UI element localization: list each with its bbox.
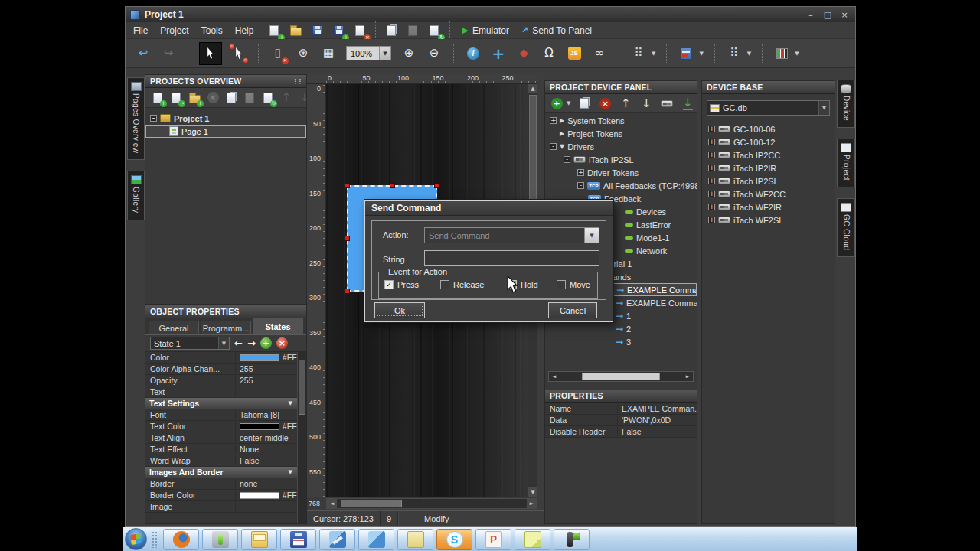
expander-icon[interactable]: + [708,217,715,223]
database-select[interactable]: GC.db ▼ [707,100,830,116]
scrollbar-thumb[interactable] [299,360,305,415]
new-project-icon[interactable]: + [266,22,283,39]
checkbox-icon[interactable]: ✓ [384,280,394,289]
chevron-down-icon[interactable]: ▼ [795,51,799,57]
taskbar-sticky-notes[interactable] [514,529,550,550]
grid-snap-icon[interactable]: ▦ [320,45,337,62]
string-input[interactable] [424,250,599,266]
select-tool-icon[interactable] [199,42,222,65]
maximize-button[interactable]: □ [823,10,832,20]
close-project-icon[interactable]: × [351,22,368,39]
scrollbar-thumb[interactable] [529,95,537,217]
selection-handle[interactable] [434,183,439,188]
feedback-info-icon[interactable]: i [465,45,482,62]
selection-handle[interactable] [345,183,350,188]
taskbar-builder-tools[interactable] [319,529,355,550]
add-page-icon[interactable]: + [151,91,165,105]
insert-page-icon[interactable]: → [169,91,183,105]
scrollbar-thumb[interactable]: ⋯ [582,373,660,380]
expander-icon[interactable]: + [708,191,715,197]
save-project-icon[interactable] [309,22,325,39]
property-row[interactable]: Border Color#FFFFFFFF [145,490,297,501]
taskbar-yellow-app[interactable] [397,529,433,550]
checkbox-icon[interactable] [440,280,449,289]
property-row[interactable]: Disable HeaderFalse [545,426,697,438]
expander-icon[interactable]: + [577,169,584,176]
device-tree-scrollbar[interactable]: ◄ ⋯ ► [548,371,694,382]
expander-icon[interactable]: + [708,204,715,210]
titlebar[interactable]: Project 1 –□× [126,7,855,22]
tab-gc-cloud[interactable]: GC Cloud [837,198,855,257]
tree-item[interactable]: +iTach IP2IR [702,161,835,174]
menu-file[interactable]: File [133,25,148,36]
property-row[interactable]: NameEXAMPLE Comman... [545,403,697,415]
add-state-button[interactable]: + [260,337,272,349]
property-row[interactable]: Text Aligncenter-middle [145,432,297,444]
add-folder-icon[interactable]: + [188,91,201,105]
token-omega-icon[interactable]: Ω [541,45,557,62]
tree-item[interactable]: +iTach WF2CC [702,187,835,201]
delete-object-icon[interactable]: ▯× [270,45,286,62]
chevron-down-icon[interactable]: ▼ [218,337,229,349]
redo-icon[interactable]: ↪ [160,45,177,62]
remove-state-button[interactable]: × [276,337,288,349]
chevron-down-icon[interactable]: ▼ [747,51,751,57]
delete-driver-icon[interactable]: × [598,96,612,110]
taskbar-powerpoint[interactable] [475,529,511,550]
property-row[interactable]: Bordernone [145,478,297,490]
multi-select-tool-icon[interactable] [230,45,247,62]
tree-item[interactable]: +iTach WF2SL [702,214,835,227]
close-button[interactable]: × [840,10,849,20]
paste-page-icon[interactable]: ↻ [261,91,275,105]
chevron-down-icon[interactable]: ▼ [818,101,829,115]
tab-pages-overview[interactable]: Pages Overview [127,77,145,160]
tab-general[interactable]: General [149,321,199,334]
chevron-down-icon[interactable]: ▼ [379,47,390,60]
menu-project[interactable]: Project [160,25,188,36]
tree-arrow-icon[interactable]: ▼ [560,143,564,150]
delete-page-icon[interactable]: × [206,91,220,105]
property-row[interactable]: Text Color#FF000000 [145,421,297,432]
expander-icon[interactable]: - [577,182,584,189]
taskbar-builder-app[interactable] [358,529,394,550]
property-row[interactable]: FontTahoma [8] [145,409,297,421]
tree-item[interactable]: ▶Project Tokens [545,127,697,140]
property-row[interactable]: Data'PWON',0x0D [545,415,697,426]
expander-icon[interactable]: + [708,165,715,171]
taskbar-media-device[interactable] [202,529,238,550]
move-page-up-icon[interactable]: ↑ [279,91,293,105]
link-icon[interactable]: ∞ [591,45,608,62]
paste-icon[interactable] [404,22,421,39]
scrollbar-thumb[interactable] [341,500,402,507]
tree-item[interactable]: +iTach WF2IR [702,201,835,214]
taskbar-explorer[interactable] [241,529,277,550]
open-project-icon[interactable] [287,22,304,39]
dialog-title[interactable]: Send Command [365,201,612,216]
copy-page-icon[interactable] [224,91,238,105]
checkbox-move[interactable]: Move [557,280,590,289]
device-icon[interactable] [660,96,674,110]
taskbar-camcorder[interactable] [554,529,590,550]
tab-device[interactable]: Device [837,80,855,128]
javascript-icon[interactable]: JS [566,45,583,62]
tree-item[interactable]: -TCPAll Feedbacks (TCP:4998) [545,179,697,192]
expander-icon[interactable]: - [150,115,157,122]
zoom-level-select[interactable]: 100% ▼ [346,46,391,60]
scroll-left-icon[interactable]: ◄ [327,499,337,508]
property-row[interactable]: Opacity255 [145,375,297,386]
expander-icon[interactable]: + [708,178,715,184]
property-row[interactable]: Color Alpha Chan...255 [145,364,297,375]
move-down-icon[interactable]: ↓ [639,96,653,110]
cancel-button[interactable]: Cancel [548,302,597,318]
section-header[interactable]: Images And Border▼ [145,467,297,478]
move-up-icon[interactable]: ↑ [619,96,632,110]
send-to-panel-button[interactable]: ↗ Send To Panel [521,25,592,36]
scroll-right-icon[interactable]: ► [683,372,693,381]
tree-arrow-icon[interactable]: ▶ [560,130,564,137]
section-header[interactable]: Text Settings▼ [145,398,297,409]
tree-item[interactable]: →3 [545,335,697,348]
property-row[interactable]: Text EffectNone [145,444,297,455]
property-row[interactable]: Color#FFFF9E3E [145,352,297,364]
scroll-up-icon[interactable]: ▲ [528,84,537,93]
chevron-down-icon[interactable]: ▼ [699,51,703,57]
